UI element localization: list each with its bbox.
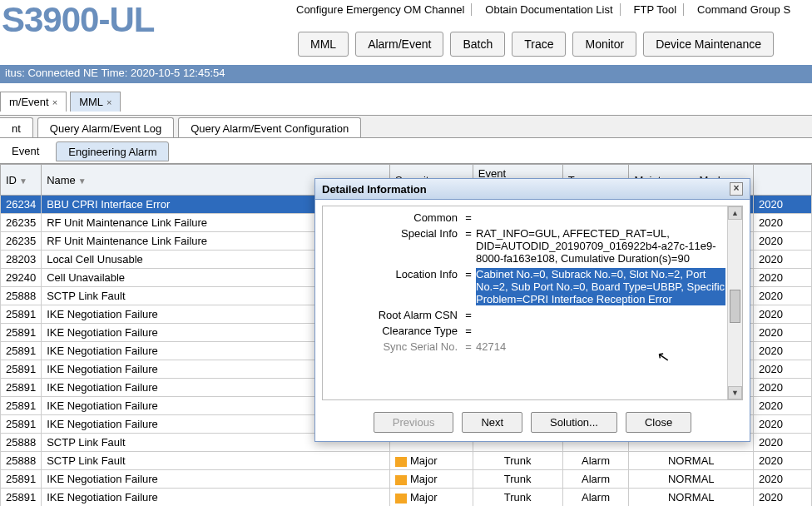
detail-label: Sync Serial No. [328, 340, 461, 353]
tab-mml[interactable]: MML [298, 32, 349, 57]
cell: 2020 [754, 360, 812, 379]
cell: 29240 [1, 269, 42, 287]
cell: 25888 [1, 452, 42, 470]
menu-item-ftp[interactable]: FTP Tool [627, 3, 685, 16]
detail-value[interactable]: Cabinet No.=0, Subrack No.=0, Slot No.=2… [476, 268, 725, 305]
detail-label: Special Info [328, 227, 461, 265]
detail-row: Root Alarm CSN= [328, 309, 725, 321]
cell: IKE Negotiation Failure [42, 489, 390, 507]
previous-button[interactable]: Previous [374, 412, 454, 433]
cell: Alarm [562, 470, 629, 489]
sub-tabs-row2: Event Engineering Alarm [0, 140, 812, 161]
scroll-thumb[interactable] [730, 290, 740, 323]
cell: 25891 [1, 397, 42, 415]
menu-item-docs[interactable]: Obtain Documentation List [478, 3, 620, 16]
cell: Major [389, 452, 473, 470]
doctab-mml[interactable]: MML × [70, 92, 121, 112]
cell: 25888 [1, 434, 42, 452]
cell: 2020 [754, 415, 812, 434]
table-row[interactable]: 25891IKE Negotiation FailureMajorTrunkAl… [1, 470, 812, 489]
doctab-label: m/Event [9, 96, 49, 108]
close-icon[interactable]: × [52, 97, 57, 107]
detail-value[interactable] [476, 325, 725, 337]
cell: 2020 [754, 305, 812, 324]
equals-sign: = [461, 340, 476, 353]
cell: 2020 [754, 269, 812, 287]
subtab-eng-alarm[interactable]: Engineering Alarm [56, 141, 169, 161]
cell: NORMAL [629, 470, 754, 489]
page-title: S3900-UL [0, 0, 154, 40]
scroll-down-icon[interactable]: ▼ [728, 386, 742, 399]
sort-icon: ▼ [19, 176, 27, 186]
cell: 25891 [1, 324, 42, 342]
cell: NORMAL [629, 452, 754, 470]
close-icon[interactable]: × [730, 182, 743, 196]
cell: 2020 [754, 434, 812, 452]
top-menu: Configure Emergency OM Channel Obtain Do… [290, 3, 810, 16]
tab-device-maint[interactable]: Device Maintenance [643, 32, 774, 57]
tab-trace[interactable]: Trace [512, 32, 566, 57]
subtab-event[interactable]: Event [0, 141, 51, 161]
detail-dialog: Detailed Information × Common=Special In… [314, 178, 750, 442]
scroll-up-icon[interactable]: ▲ [728, 206, 742, 220]
solution-button[interactable]: Solution... [531, 412, 617, 433]
detail-row: Common= [328, 211, 725, 224]
cell: 26234 [1, 196, 42, 214]
close-icon[interactable]: × [106, 97, 111, 107]
cell: Major [389, 489, 473, 507]
sub-tabs-row1: nt Query Alarm/Event Log Query Alarm/Eve… [0, 115, 812, 138]
subtab-query-config[interactable]: Query Alarm/Event Configuration [178, 117, 361, 137]
cell: 2020 [754, 470, 812, 489]
severity-major-icon [395, 494, 407, 504]
col-id[interactable]: ID▼ [1, 165, 42, 196]
cell: 2020 [754, 379, 812, 397]
scrollbar[interactable]: ▲ ▼ [727, 206, 742, 399]
cell: Trunk [473, 470, 562, 489]
cell: 25891 [1, 415, 42, 434]
detail-row: Special Info=RAT_INFO=GUL, AFFECTED_RAT=… [328, 227, 725, 265]
severity-major-icon [395, 457, 407, 467]
tab-alarm-event[interactable]: Alarm/Event [355, 32, 443, 57]
cell: 26235 [1, 232, 42, 251]
cell: 2020 [754, 287, 812, 305]
subtab-query-log[interactable]: Query Alarm/Event Log [37, 117, 174, 137]
cell: 25891 [1, 342, 42, 360]
cell: 25888 [1, 287, 42, 305]
cell: Major [389, 470, 473, 489]
close-button[interactable]: Close [626, 412, 691, 433]
cell: 2020 [754, 251, 812, 269]
detail-label: Common [328, 211, 461, 224]
tab-monitor[interactable]: Monitor [572, 32, 636, 57]
dialog-titlebar[interactable]: Detailed Information × [314, 178, 750, 200]
doctab-alarm-event[interactable]: m/Event × [0, 92, 67, 112]
menu-item-cmdgroup[interactable]: Command Group S [691, 3, 797, 16]
tab-batch[interactable]: Batch [450, 32, 505, 57]
detail-row: Location Info=Cabinet No.=0, Subrack No.… [328, 268, 725, 305]
cell: NORMAL [629, 489, 754, 507]
cell: Alarm [562, 452, 629, 470]
col-date[interactable] [754, 165, 812, 196]
next-button[interactable]: Next [462, 412, 522, 433]
sort-icon: ▼ [78, 176, 87, 186]
subtab-nt[interactable]: nt [0, 117, 33, 137]
cell: 25891 [1, 379, 42, 397]
cell: Trunk [473, 452, 562, 470]
detail-value[interactable]: RAT_INFO=GUL, AFFECTED_RAT=UL, DID=AUTOD… [476, 227, 725, 265]
cell: 2020 [754, 196, 812, 214]
dialog-title-text: Detailed Information [322, 183, 427, 196]
detail-label: Clearance Type [328, 325, 461, 337]
cell: 2020 [754, 489, 812, 507]
detail-value[interactable] [476, 211, 725, 224]
main-tabs: MML Alarm/Event Batch Trace Monitor Devi… [298, 32, 810, 57]
cell: 25891 [1, 360, 42, 379]
doctab-label: MML [79, 96, 103, 108]
detail-row: Sync Serial No.=42714 [328, 340, 725, 353]
detail-value[interactable] [476, 309, 725, 321]
equals-sign: = [461, 227, 476, 265]
menu-item-emergency[interactable]: Configure Emergency OM Channel [290, 3, 472, 16]
cell: 28203 [1, 251, 42, 269]
dialog-body: Common=Special Info=RAT_INFO=GUL, AFFECT… [322, 206, 743, 400]
detail-value[interactable]: 42714 [476, 340, 725, 353]
table-row[interactable]: 25891IKE Negotiation FailureMajorTrunkAl… [1, 489, 812, 507]
table-row[interactable]: 25888SCTP Link FaultMajorTrunkAlarmNORMA… [1, 452, 812, 470]
